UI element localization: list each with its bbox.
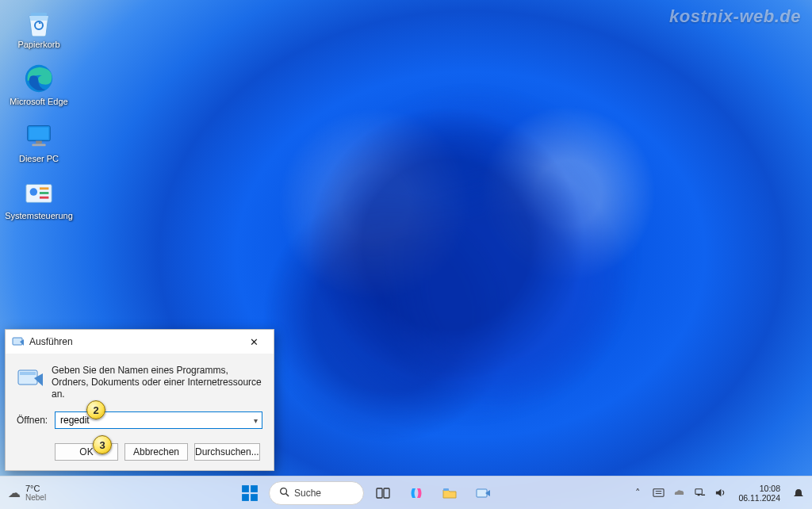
run-dialog-titlebar[interactable]: Ausführen ✕: [6, 330, 274, 354]
svg-rect-16: [251, 485, 258, 492]
open-label: Öffnen:: [17, 415, 55, 426]
taskbar-clock[interactable]: 10:08 06.11.2024: [738, 484, 780, 503]
taskbar: ☁ 7°C Nebel Suche: [0, 476, 812, 509]
svg-rect-22: [384, 488, 389, 498]
taskbar-tray: ˄ 10:08 06.11.2024: [622, 484, 812, 503]
tray-chevron-icon[interactable]: ˄: [630, 486, 645, 500]
close-button[interactable]: ✕: [239, 332, 269, 351]
language-icon[interactable]: [651, 486, 665, 500]
edge-icon: [22, 62, 56, 95]
svg-rect-9: [40, 187, 48, 189]
run-command-input[interactable]: [55, 411, 262, 429]
svg-rect-29: [698, 494, 700, 496]
start-button[interactable]: [236, 480, 264, 507]
copilot-button[interactable]: [402, 480, 431, 507]
svg-rect-21: [377, 488, 382, 498]
run-dialog-description: Geben Sie den Namen eines Programms, Ord…: [52, 365, 262, 400]
run-dialog-body: Geben Sie den Namen eines Programms, Ord…: [6, 354, 274, 435]
control-panel-icon: [22, 176, 56, 209]
svg-rect-4: [29, 128, 49, 140]
run-icon-large: [17, 365, 44, 392]
weather-temp: 7°C: [25, 484, 46, 493]
desktop-icon-label: Systemsteuerung: [5, 211, 73, 221]
svg-point-19: [281, 488, 287, 494]
svg-rect-15: [242, 485, 249, 492]
desktop-icon-label: Dieser PC: [19, 154, 59, 164]
svg-rect-25: [653, 489, 664, 496]
svg-rect-11: [40, 197, 48, 199]
clock-time: 10:08: [760, 484, 780, 493]
cancel-button[interactable]: Abbrechen: [124, 443, 188, 461]
svg-rect-0: [31, 13, 47, 16]
svg-rect-28: [695, 489, 702, 495]
svg-point-8: [30, 188, 38, 196]
desktop-icon-this-pc[interactable]: Dieser PC: [6, 119, 71, 164]
desktop-icon-label: Microsoft Edge: [10, 97, 67, 107]
svg-rect-5: [36, 141, 42, 144]
onedrive-icon[interactable]: [672, 486, 686, 500]
recycle-bin-icon: [22, 5, 56, 38]
search-placeholder: Suche: [294, 488, 321, 499]
task-view-button[interactable]: [369, 480, 397, 507]
svg-rect-10: [40, 192, 48, 194]
weather-condition: Nebel: [25, 493, 46, 503]
search-icon: [279, 487, 289, 499]
weather-icon: ☁: [8, 485, 21, 500]
taskbar-weather[interactable]: ☁ 7°C Nebel: [0, 484, 111, 503]
taskbar-search[interactable]: Suche: [269, 481, 364, 505]
volume-icon[interactable]: [713, 486, 727, 500]
desktop: kostnix-web.de Papierkorb Microsoft Edge: [0, 0, 812, 509]
notification-icon[interactable]: [793, 488, 804, 499]
svg-line-20: [286, 493, 289, 496]
svg-rect-14: [20, 372, 36, 375]
desktop-icon-recycle-bin[interactable]: Papierkorb: [6, 5, 71, 50]
explorer-button[interactable]: [435, 480, 464, 507]
run-dialog: Ausführen ✕ Geben Sie den Namen eines Pr…: [5, 329, 274, 471]
svg-rect-18: [251, 494, 258, 501]
run-dialog-title: Ausführen: [29, 336, 239, 347]
svg-rect-23: [443, 488, 449, 491]
run-icon: [12, 335, 25, 348]
desktop-icon-control-panel[interactable]: Systemsteuerung: [6, 176, 71, 221]
clock-date: 06.11.2024: [738, 493, 780, 503]
annotation-badge-2: 2: [86, 400, 105, 419]
svg-rect-6: [32, 144, 45, 146]
run-taskbar-button[interactable]: [469, 480, 497, 507]
svg-rect-17: [242, 494, 249, 501]
monitor-icon: [22, 119, 56, 152]
taskbar-center: Suche: [111, 480, 622, 507]
browse-button[interactable]: Durchsuchen...: [194, 443, 260, 461]
watermark: kostnix-web.de: [669, 6, 801, 27]
run-dialog-buttons: OK Abbrechen Durchsuchen... 3: [6, 435, 274, 470]
network-icon[interactable]: [692, 486, 707, 500]
annotation-badge-3: 3: [93, 435, 112, 454]
desktop-icon-edge[interactable]: Microsoft Edge: [6, 62, 71, 107]
desktop-icon-label: Papierkorb: [17, 40, 59, 50]
